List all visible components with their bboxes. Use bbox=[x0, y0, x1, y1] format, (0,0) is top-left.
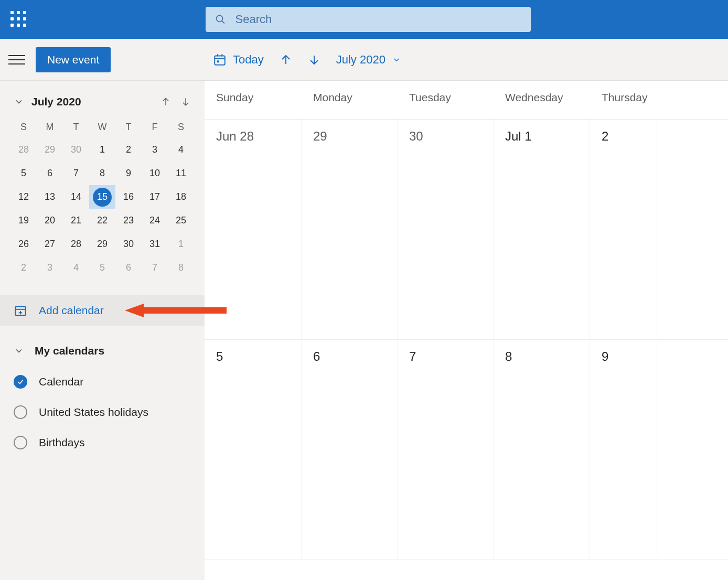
mini-day-cell[interactable]: 16 bbox=[115, 185, 142, 209]
annotation-arrow bbox=[125, 304, 227, 317]
calendar-day-cell[interactable]: 29 bbox=[302, 120, 398, 339]
add-calendar-button[interactable]: Add calendar bbox=[0, 295, 205, 326]
mini-day-cell[interactable]: 2 bbox=[10, 256, 37, 280]
new-event-button[interactable]: New event bbox=[36, 47, 111, 72]
svg-point-6 bbox=[217, 60, 219, 62]
mini-day-head: F bbox=[142, 116, 168, 138]
calendar-checkbox[interactable] bbox=[14, 436, 27, 449]
chevron-down-icon[interactable] bbox=[14, 96, 24, 107]
mini-day-cell[interactable]: 13 bbox=[37, 185, 63, 209]
calendar-list-item[interactable]: Calendar bbox=[10, 367, 194, 397]
calendar-checkbox[interactable] bbox=[14, 405, 27, 419]
mini-day-cell[interactable]: 8 bbox=[89, 162, 115, 185]
arrow-down-icon[interactable] bbox=[180, 96, 191, 107]
mini-day-cell[interactable]: 8 bbox=[168, 256, 194, 280]
mini-day-cell[interactable]: 30 bbox=[115, 232, 142, 256]
mini-day-cell[interactable]: 7 bbox=[63, 162, 89, 185]
mini-day-cell[interactable]: 5 bbox=[10, 162, 37, 185]
mini-day-cell[interactable]: 17 bbox=[142, 185, 168, 209]
search-input[interactable] bbox=[235, 13, 521, 26]
app-launcher-icon[interactable] bbox=[8, 9, 29, 30]
calendar-week-row: 56789 bbox=[205, 340, 728, 560]
app-header bbox=[0, 0, 728, 39]
mini-day-cell[interactable]: 31 bbox=[142, 232, 168, 256]
my-calendars-toggle[interactable]: My calendars bbox=[10, 345, 194, 357]
calendar-day-cell[interactable]: 6 bbox=[302, 340, 398, 560]
calendar-day-cell[interactable]: 5 bbox=[205, 340, 302, 560]
calendar-label: Birthdays bbox=[39, 436, 85, 449]
mini-day-cell[interactable]: 24 bbox=[142, 209, 168, 232]
mini-day-cell[interactable]: 7 bbox=[142, 256, 168, 280]
arrow-up-icon bbox=[280, 53, 292, 66]
mini-day-cell[interactable]: 27 bbox=[37, 232, 63, 256]
mini-day-cell[interactable]: 21 bbox=[63, 209, 89, 232]
mini-day-cell[interactable]: 26 bbox=[10, 232, 37, 256]
weekday-label: Monday bbox=[302, 81, 398, 119]
calendar-day-cell[interactable]: Jul 1 bbox=[494, 120, 590, 339]
chevron-down-icon bbox=[392, 55, 401, 65]
weekday-label: Tuesday bbox=[398, 81, 494, 119]
arrow-down-icon bbox=[308, 53, 320, 66]
calendar-day-cell[interactable]: 30 bbox=[398, 120, 494, 339]
mini-day-cell[interactable]: 25 bbox=[168, 209, 194, 232]
mini-calendar-title: July 2020 bbox=[31, 95, 81, 108]
search-box[interactable] bbox=[206, 7, 531, 32]
mini-day-cell[interactable]: 9 bbox=[115, 162, 142, 185]
month-selector[interactable]: July 2020 bbox=[336, 53, 401, 67]
mini-day-cell[interactable]: 3 bbox=[37, 256, 63, 280]
arrow-up-icon[interactable] bbox=[160, 96, 171, 107]
prev-period-button[interactable] bbox=[280, 53, 292, 66]
mini-day-cell[interactable]: 28 bbox=[63, 232, 89, 256]
sidebar: July 2020 SMTWTFS28293012345678910111213… bbox=[0, 81, 205, 580]
mini-day-cell[interactable]: 3 bbox=[142, 138, 168, 162]
mini-day-cell[interactable]: 15 bbox=[89, 185, 115, 209]
calendar-label: Calendar bbox=[39, 375, 83, 388]
mini-day-cell[interactable]: 5 bbox=[89, 256, 115, 280]
mini-day-cell[interactable]: 4 bbox=[168, 138, 194, 162]
calendar-day-cell[interactable]: 7 bbox=[398, 340, 494, 560]
mini-day-cell[interactable]: 20 bbox=[37, 209, 63, 232]
svg-line-1 bbox=[222, 21, 224, 24]
next-period-button[interactable] bbox=[308, 53, 320, 66]
mini-day-cell[interactable]: 2 bbox=[115, 138, 142, 162]
calendar-grid: SundayMondayTuesdayWednesdayThursday Jun… bbox=[205, 81, 728, 580]
mini-day-head: T bbox=[115, 116, 142, 138]
mini-day-cell[interactable]: 30 bbox=[63, 138, 89, 162]
mini-day-cell[interactable]: 6 bbox=[37, 162, 63, 185]
mini-day-cell[interactable]: 29 bbox=[37, 138, 63, 162]
mini-day-cell[interactable]: 23 bbox=[115, 209, 142, 232]
mini-calendar-header: July 2020 bbox=[10, 95, 194, 108]
mini-day-head: S bbox=[10, 116, 37, 138]
mini-day-cell[interactable]: 11 bbox=[168, 162, 194, 185]
mini-day-cell[interactable]: 29 bbox=[89, 232, 115, 256]
mini-day-head: M bbox=[37, 116, 63, 138]
toolbar: New event Today July 2020 bbox=[0, 39, 728, 81]
mini-day-cell[interactable]: 1 bbox=[89, 138, 115, 162]
mini-day-cell[interactable]: 19 bbox=[10, 209, 37, 232]
svg-rect-2 bbox=[215, 56, 225, 65]
calendar-checkbox[interactable] bbox=[14, 375, 27, 389]
mini-calendar-grid: SMTWTFS282930123456789101112131415161718… bbox=[10, 116, 194, 280]
mini-day-cell[interactable]: 12 bbox=[10, 185, 37, 209]
mini-day-cell[interactable]: 14 bbox=[63, 185, 89, 209]
calendar-list-item[interactable]: United States holidays bbox=[10, 397, 194, 427]
mini-day-cell[interactable]: 28 bbox=[10, 138, 37, 162]
mini-day-cell[interactable]: 4 bbox=[63, 256, 89, 280]
today-label: Today bbox=[233, 53, 264, 67]
weekday-label: Sunday bbox=[205, 81, 302, 119]
mini-day-cell[interactable]: 18 bbox=[168, 185, 194, 209]
menu-toggle-icon[interactable] bbox=[8, 51, 25, 68]
mini-day-cell[interactable]: 1 bbox=[168, 232, 194, 256]
calendar-day-cell[interactable]: 2 bbox=[590, 120, 657, 339]
calendar-list-item[interactable]: Birthdays bbox=[10, 427, 194, 458]
calendar-week-row: Jun 282930Jul 12 bbox=[205, 120, 728, 340]
calendar-day-cell[interactable]: 9 bbox=[590, 340, 657, 560]
svg-point-0 bbox=[217, 15, 223, 22]
mini-day-cell[interactable]: 22 bbox=[89, 209, 115, 232]
calendar-day-cell[interactable]: 8 bbox=[494, 340, 590, 560]
mini-day-cell[interactable]: 10 bbox=[142, 162, 168, 185]
today-button[interactable]: Today bbox=[213, 53, 264, 67]
mini-day-cell[interactable]: 6 bbox=[115, 256, 142, 280]
calendar-today-icon bbox=[213, 53, 227, 67]
my-calendars-title: My calendars bbox=[35, 345, 104, 357]
